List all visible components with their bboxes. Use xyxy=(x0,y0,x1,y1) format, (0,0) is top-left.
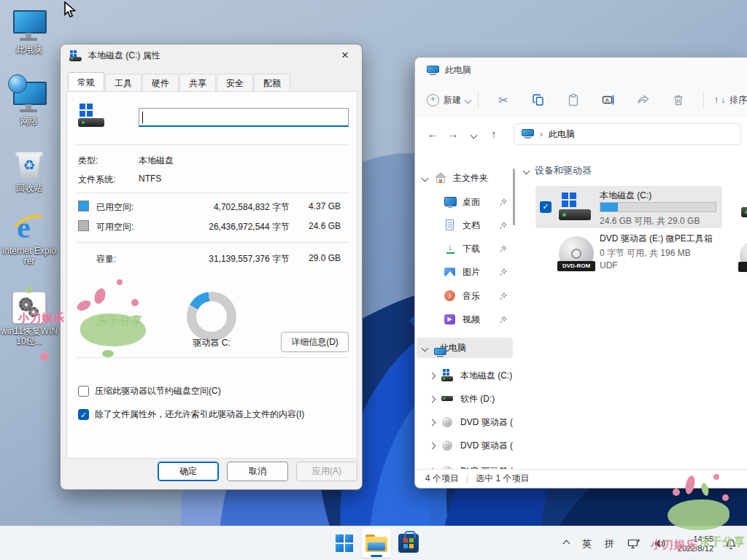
sidebar-item-documents[interactable]: 文档 xyxy=(417,215,513,236)
chevron-down-icon xyxy=(465,96,472,104)
microsoft-store-button[interactable] xyxy=(394,529,423,558)
volume-icon[interactable] xyxy=(649,535,670,552)
details-button[interactable]: 详细信息(D) xyxy=(281,332,349,352)
selected-count: 选中 1 个项目 xyxy=(476,472,529,485)
dialog-title: 本地磁盘 (C:) 属性 xyxy=(88,50,160,62)
drive-icon xyxy=(741,192,747,219)
drive-item-partial[interactable] xyxy=(741,192,747,219)
cut-icon[interactable]: ✂ xyxy=(496,93,511,107)
desktop-icon-this-pc[interactable]: 此电脑 xyxy=(1,7,58,55)
volume-label-input[interactable] xyxy=(139,108,349,127)
sidebar-item-downloads[interactable]: ↓ 下载 xyxy=(417,238,513,259)
breadcrumb-root[interactable]: 此电脑 xyxy=(549,128,575,141)
up-icon[interactable]: ↑ xyxy=(484,128,504,140)
index-checkbox[interactable]: ✓ xyxy=(78,409,89,420)
close-icon[interactable]: × xyxy=(333,46,357,65)
plus-icon: + xyxy=(427,94,439,106)
sidebar-item-desktop[interactable]: 桌面 xyxy=(417,192,513,212)
toolbar-divider xyxy=(703,91,704,109)
used-space-bytes: 4,702,584,832 字节 xyxy=(214,201,290,214)
documents-icon xyxy=(444,219,457,232)
apply-button[interactable]: 应用(A) xyxy=(296,462,357,481)
network-icon[interactable] xyxy=(623,535,645,553)
clock[interactable]: 14:55 2022/8/12 xyxy=(675,534,716,553)
free-space-swatch xyxy=(78,220,89,231)
sidebar-item-drive-d[interactable]: 软件 (D:) xyxy=(417,389,513,409)
share-icon[interactable] xyxy=(636,93,651,107)
drive-item-c[interactable]: ✓ 本地磁盘 (C:) 24.6 GB 可用, 共 29.0 GB xyxy=(535,186,722,228)
sidebar-item-dvd-f[interactable]: DVD 驱动器 (F xyxy=(417,435,513,456)
ime-mode-pinyin[interactable]: 拼 xyxy=(600,534,619,553)
desktop-icon-recycle-bin[interactable]: ♻ 回收站 xyxy=(1,146,58,193)
used-space-label: 已用空间: xyxy=(96,201,133,214)
sidebar-item-videos[interactable]: ▶ 视频 xyxy=(417,309,513,330)
dvd-drive-icon xyxy=(441,416,454,429)
tab-sharing[interactable]: 共享 xyxy=(179,74,216,92)
used-space-swatch xyxy=(78,201,89,211)
file-explorer-taskbar-button[interactable] xyxy=(362,529,391,558)
show-hidden-icons-button[interactable] xyxy=(560,538,573,549)
forward-icon[interactable]: → xyxy=(443,128,463,140)
back-icon[interactable]: ← xyxy=(422,128,443,140)
ok-button[interactable]: 确定 xyxy=(158,462,219,481)
dvd-icon xyxy=(740,240,747,272)
status-divider: | xyxy=(466,474,468,484)
sidebar-item-dvd-e[interactable]: DVD 驱动器 (E xyxy=(417,412,513,432)
tab-general[interactable]: 常规 xyxy=(68,72,104,90)
desktop-icon-win11-restore[interactable]: win11恢复WIN10经... xyxy=(1,289,58,346)
recent-locations-icon[interactable] xyxy=(463,128,484,140)
capacity-label: 容量: xyxy=(96,253,116,265)
dialog-button-row: 确定 取消 应用(A) xyxy=(61,462,362,482)
sidebar-item-drive-c[interactable]: 本地磁盘 (C:) xyxy=(417,365,513,386)
tab-quota[interactable]: 配额 xyxy=(254,74,290,92)
dialog-titlebar[interactable]: 本地磁盘 (C:) 属性 × xyxy=(61,44,362,66)
ime-language-en[interactable]: 英 xyxy=(578,534,596,553)
drive-item-dvd-e[interactable]: DVD-ROM DVD 驱动器 (E:) 微PE工具箱 0 字节 可用, 共 1… xyxy=(535,231,722,276)
dvd-rom-badge: DVD-ROM xyxy=(557,261,595,271)
tab-hardware[interactable]: 硬件 xyxy=(142,74,179,92)
sidebar-item-music[interactable]: ♪ 音乐 xyxy=(417,286,513,306)
copy-icon[interactable] xyxy=(531,93,546,107)
capacity-bar-fill xyxy=(600,203,618,211)
address-bar[interactable]: › 此电脑 xyxy=(514,123,741,145)
videos-icon: ▶ xyxy=(444,313,457,326)
time-label: 14:55 xyxy=(678,534,713,544)
explorer-tab[interactable]: 此电脑 xyxy=(427,64,471,77)
dvd-item-partial[interactable] xyxy=(740,240,747,272)
notification-bell-icon[interactable] xyxy=(721,535,741,553)
sidebar-item-this-pc[interactable]: 此电脑 xyxy=(417,338,513,358)
this-pc-icon xyxy=(522,129,534,139)
compress-checkbox-row[interactable]: 压缩此驱动器以节约磁盘空间(C) xyxy=(78,385,221,397)
type-value: 本地磁盘 xyxy=(139,155,174,167)
desktop-icon-internet-explorer[interactable]: e Internet Explorer xyxy=(1,209,58,266)
tab-tools[interactable]: 工具 xyxy=(105,74,142,92)
sidebar-scrollbar[interactable] xyxy=(513,168,515,225)
store-bag-icon xyxy=(398,534,419,553)
tab-security[interactable]: 安全 xyxy=(217,74,253,92)
rename-icon[interactable]: A xyxy=(601,93,616,107)
desktop-folder-icon xyxy=(444,195,457,209)
group-header-label: 设备和驱动器 xyxy=(535,164,592,177)
explorer-tab-title: 此电脑 xyxy=(445,64,471,77)
delete-icon[interactable] xyxy=(671,93,686,107)
cancel-button[interactable]: 取消 xyxy=(227,462,288,481)
new-label: 新建 xyxy=(444,94,461,106)
desktop-icon-network[interactable]: 网络 xyxy=(1,79,58,126)
sidebar-item-pictures[interactable]: 图片 xyxy=(417,262,513,282)
general-tab-page: 类型: 本地磁盘 文件系统: NTFS 已用空间: 4,702,584,832 … xyxy=(66,91,357,459)
start-button[interactable] xyxy=(330,529,359,558)
drive-info: 0 字节 可用, 共 196 MB xyxy=(600,247,691,260)
drive-name: DVD 驱动器 (E:) 微PE工具箱 xyxy=(600,233,713,245)
this-pc-icon xyxy=(12,10,46,42)
group-header-devices[interactable]: 设备和驱动器 xyxy=(524,164,592,177)
selection-checkbox[interactable]: ✓ xyxy=(540,201,551,213)
paste-icon[interactable] xyxy=(566,93,581,107)
compress-checkbox[interactable] xyxy=(78,386,89,397)
home-icon xyxy=(434,171,447,184)
sidebar-item-home[interactable]: 主文件夹 xyxy=(417,168,513,188)
new-button[interactable]: + 新建 xyxy=(427,94,471,106)
desktop-icon-label: 回收站 xyxy=(1,183,58,193)
sidebar-item-label: DVD 驱动器 (E xyxy=(460,416,513,429)
sort-button[interactable]: ↑↓ 排序 xyxy=(714,94,747,106)
index-checkbox-row[interactable]: ✓ 除了文件属性外，还允许索引此驱动器上文件的内容(I) xyxy=(78,408,304,421)
